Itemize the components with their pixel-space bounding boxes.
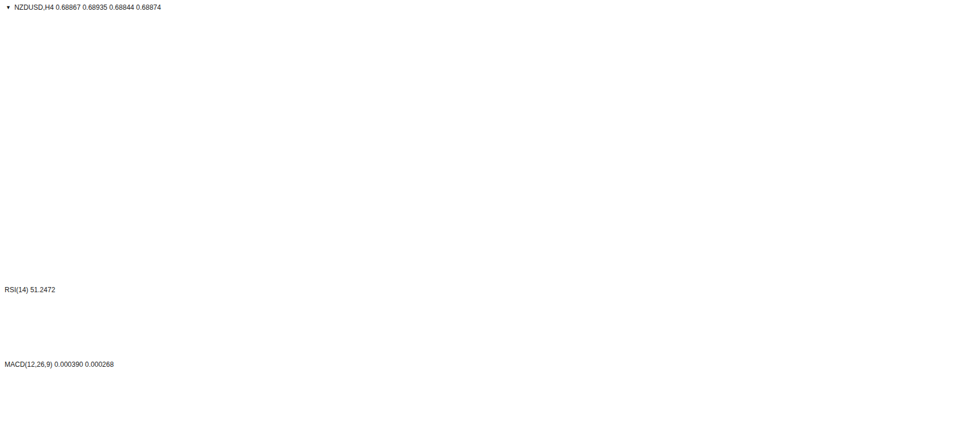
rsi-indicator-label: RSI(14) 51.2472 (5, 286, 55, 294)
chevron-down-icon[interactable]: ▼ (6, 5, 11, 10)
symbol-info-bar[interactable]: ▼ NZDUSD,H4 0.68867 0.68935 0.68844 0.68… (6, 3, 161, 11)
macd-indicator-label: MACD(12,26,9) 0.000390 0.000268 (5, 361, 114, 369)
trading-terminal-window: ▼ NZDUSD,H4 0.68867 0.68935 0.68844 0.68… (0, 0, 980, 438)
symbol-ohlc-text: NZDUSD,H4 0.68867 0.68935 0.68844 0.6887… (14, 3, 161, 11)
chart-canvas[interactable] (0, 0, 980, 438)
